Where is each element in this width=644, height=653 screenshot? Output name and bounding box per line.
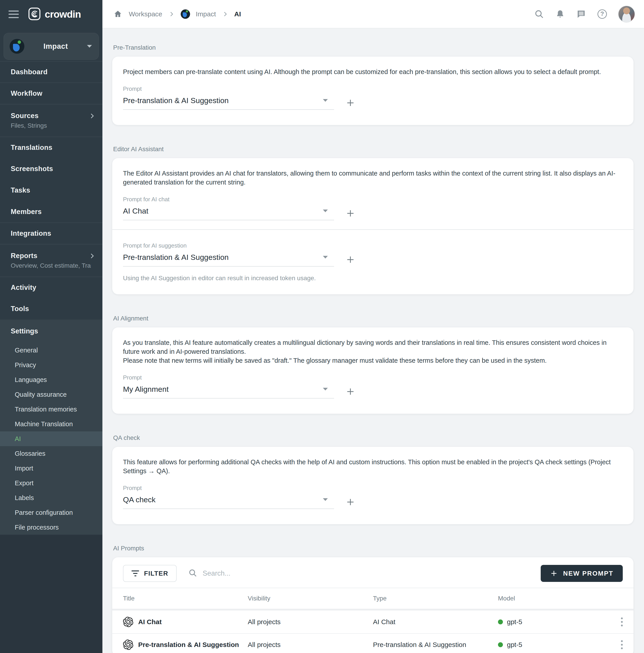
- sidebar-item-activity[interactable]: Activity: [0, 276, 102, 298]
- sidebar-item-settings[interactable]: Settings: [0, 319, 102, 343]
- sidebar-item-languages[interactable]: Languages: [0, 372, 102, 387]
- add-prompt-button[interactable]: [346, 209, 355, 218]
- sidebar-item-quality-assurance[interactable]: Quality assurance: [0, 387, 102, 402]
- ai-prompts-section: AI Prompts FILTER: [112, 545, 634, 653]
- sidebar-item-integrations[interactable]: Integrations: [0, 222, 102, 244]
- ai-alignment-card: As you translate, this AI feature automa…: [112, 328, 634, 414]
- sidebar-nav: Dashboard Workflow Sources Files, String…: [0, 61, 102, 319]
- breadcrumb-project-avatar: [181, 9, 190, 19]
- select-value: AI Chat: [123, 207, 148, 215]
- prompt-field-label: Prompt for AI chat: [123, 196, 623, 203]
- home-icon[interactable]: [113, 9, 123, 19]
- notifications-bell-icon[interactable]: [555, 9, 565, 19]
- sidebar-item-export[interactable]: Export: [0, 476, 102, 490]
- select-caret-icon: [323, 99, 328, 102]
- sidebar-item-tasks[interactable]: Tasks: [0, 179, 102, 201]
- sidebar-item-ai[interactable]: AI: [0, 431, 102, 446]
- row-menu-icon[interactable]: [621, 618, 623, 619]
- crowdin-app: crowdin Impact Dashboard Workflow Source…: [0, 0, 644, 653]
- sidebar-item-machine-translation[interactable]: Machine Translation: [0, 417, 102, 431]
- prompt-model: gpt-5: [507, 618, 522, 626]
- add-prompt-button[interactable]: [346, 255, 355, 264]
- sidebar-item-import[interactable]: Import: [0, 461, 102, 476]
- prompt-title: AI Chat: [138, 618, 162, 626]
- breadcrumb-workspace[interactable]: Workspace: [129, 10, 162, 18]
- breadcrumb-project[interactable]: Impact: [196, 10, 216, 18]
- pre-translation-prompt-select[interactable]: Pre-translation & AI Suggestion: [123, 93, 334, 110]
- section-label: Editor AI Assistant: [113, 146, 634, 153]
- sidebar-item-dashboard[interactable]: Dashboard: [0, 61, 102, 82]
- crowdin-logo[interactable]: crowdin: [28, 7, 81, 22]
- sidebar-item-parser-configuration[interactable]: Parser configuration: [0, 505, 102, 520]
- sidebar-filler: [0, 535, 102, 653]
- sidebar-item-screenshots[interactable]: Screenshots: [0, 158, 102, 179]
- sidebar: crowdin Impact Dashboard Workflow Source…: [0, 0, 102, 653]
- model-status-dot: [498, 642, 503, 647]
- prompts-search: [188, 569, 541, 578]
- add-prompt-button[interactable]: [346, 387, 355, 396]
- help-icon[interactable]: [597, 9, 607, 19]
- sidebar-item-labels[interactable]: Labels: [0, 490, 102, 505]
- prompt-title: Pre-translation & AI Suggestion: [138, 641, 239, 649]
- search-icon[interactable]: [534, 9, 544, 19]
- column-header-type: Type: [373, 595, 498, 602]
- table-row[interactable]: AI Chat All projects AI Chat gpt-5: [112, 610, 634, 633]
- prompt-type: Pre-translation & AI Suggestion: [373, 641, 498, 649]
- model-status-dot: [498, 620, 503, 624]
- token-usage-note: Using the AI Suggestion in editor can re…: [123, 274, 623, 282]
- user-avatar[interactable]: [618, 6, 635, 23]
- ai-alignment-section: AI Alignment As you translate, this AI f…: [112, 315, 634, 414]
- sidebar-item-file-processors[interactable]: File processors: [0, 520, 102, 535]
- section-label: AI Alignment: [113, 315, 634, 322]
- new-prompt-button[interactable]: NEW PROMPT: [541, 565, 623, 582]
- sidebar-header: crowdin: [0, 0, 102, 28]
- prompt-field-label: Prompt: [123, 374, 623, 381]
- breadcrumb: Workspace Impact AI: [113, 9, 241, 19]
- select-caret-icon: [323, 210, 328, 212]
- select-caret-icon: [323, 498, 328, 501]
- row-menu-icon[interactable]: [621, 640, 623, 642]
- alignment-prompt-select[interactable]: My Alignment: [123, 382, 334, 398]
- chevron-right-icon: [89, 253, 94, 258]
- openai-logo-icon: [123, 639, 133, 650]
- editor-ai-assistant-section: Editor AI Assistant The Editor AI Assist…: [112, 146, 634, 294]
- breadcrumb-chevron-icon: [168, 11, 175, 18]
- ai-prompts-card: FILTER NEW PROMPT: [112, 557, 634, 653]
- select-value: Pre-translation & AI Suggestion: [123, 96, 229, 105]
- ai-chat-prompt-select[interactable]: AI Chat: [123, 203, 334, 220]
- sidebar-item-workflow[interactable]: Workflow: [0, 82, 102, 104]
- sidebar-item-members[interactable]: Members: [0, 201, 102, 222]
- ai-suggestion-prompt-select[interactable]: Pre-translation & AI Suggestion: [123, 249, 334, 267]
- editor-ai-assistant-card: The Editor AI Assistant provides an AI c…: [112, 158, 634, 294]
- column-header-title: Title: [123, 595, 248, 602]
- crowdin-logo-text: crowdin: [45, 9, 81, 20]
- qa-prompt-select[interactable]: QA check: [123, 492, 334, 509]
- crowdin-logo-icon: [28, 7, 41, 22]
- prompt-field-label: Prompt for AI suggestion: [123, 242, 623, 249]
- hamburger-menu-icon[interactable]: [8, 10, 19, 18]
- add-prompt-button[interactable]: [346, 98, 355, 107]
- pre-translation-section: Pre-Translation Project members can pre-…: [112, 44, 634, 125]
- sidebar-item-glossaries[interactable]: Glossaries: [0, 446, 102, 461]
- filter-button[interactable]: FILTER: [123, 565, 177, 582]
- topbar: Workspace Impact AI: [102, 0, 644, 28]
- sidebar-item-privacy[interactable]: Privacy: [0, 358, 102, 372]
- chevron-down-icon: [87, 45, 92, 48]
- sidebar-item-translation-memories[interactable]: Translation memories: [0, 402, 102, 417]
- prompt-field-label: Prompt: [123, 484, 623, 491]
- sidebar-item-sources[interactable]: Sources Files, Strings: [0, 104, 102, 137]
- breadcrumb-chevron-icon: [222, 11, 228, 18]
- sidebar-item-translations[interactable]: Translations: [0, 137, 102, 158]
- pre-translation-card: Project members can pre-translate conten…: [112, 56, 634, 125]
- section-label: QA check: [113, 434, 634, 441]
- table-row[interactable]: Pre-translation & AI Suggestion All proj…: [112, 633, 634, 653]
- messages-icon[interactable]: [576, 9, 586, 19]
- sidebar-item-general[interactable]: General: [0, 343, 102, 358]
- prompt-field-label: Prompt: [123, 85, 623, 92]
- project-switcher[interactable]: Impact: [4, 33, 99, 60]
- sidebar-item-tools[interactable]: Tools: [0, 298, 102, 319]
- search-input[interactable]: [203, 570, 541, 577]
- project-avatar: [9, 39, 24, 54]
- sidebar-item-reports[interactable]: Reports Overview, Cost estimate, Transl.…: [0, 244, 102, 276]
- add-prompt-button[interactable]: [346, 497, 355, 507]
